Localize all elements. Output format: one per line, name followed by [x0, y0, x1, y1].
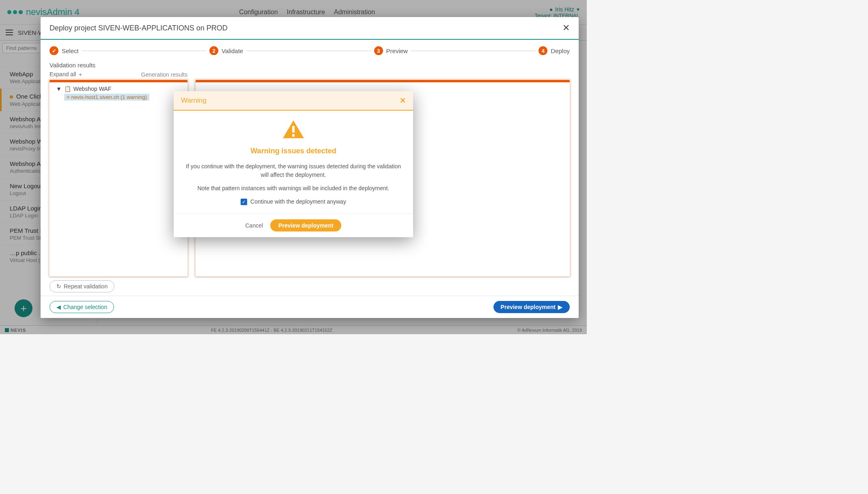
wizard-footer: ◀Change selection Preview deployment▶: [41, 296, 579, 318]
close-icon[interactable]: ✕: [400, 96, 406, 105]
validation-results-label: Validation results: [50, 62, 570, 69]
step-validate[interactable]: 2Validate: [209, 46, 243, 55]
repeat-validation-button[interactable]: ↻Repeat validation: [50, 280, 114, 292]
step-select[interactable]: ✓Select: [50, 46, 79, 55]
checkbox-label: Continue with the deployment anyway: [250, 198, 346, 206]
refresh-icon: ↻: [56, 283, 61, 290]
preview-deployment-confirm-button[interactable]: Preview deployment: [270, 219, 341, 232]
warning-modal: Warning ✕ Warning issues detected If you…: [174, 91, 413, 237]
clipboard-icon: 📋: [64, 86, 71, 92]
modal-heading: Warning issues detected: [186, 146, 401, 157]
chevron-right-icon: ▶: [558, 304, 562, 310]
warning-icon: [282, 120, 305, 140]
step-preview[interactable]: 3Preview: [374, 46, 408, 55]
continue-checkbox[interactable]: ✓ Continue with the deployment anyway: [186, 198, 401, 206]
list-icon: ≡: [67, 94, 70, 100]
checkbox-icon: ✓: [241, 198, 247, 205]
svg-rect-1: [292, 134, 295, 137]
stepper: ✓Select 2Validate 3Preview 4Deploy: [41, 40, 579, 62]
preview-deployment-button[interactable]: Preview deployment▶: [493, 301, 570, 313]
chevron-down-icon: ▼: [56, 86, 62, 92]
generation-results-label: Generation results: [141, 71, 187, 78]
check-icon: ✓: [50, 46, 58, 55]
step-deploy[interactable]: 4Deploy: [538, 46, 570, 55]
modal-text-2: Note that pattern instances with warning…: [186, 184, 401, 193]
svg-rect-0: [292, 126, 295, 133]
tree-node-root[interactable]: ▼📋Webshop WAF: [56, 86, 181, 92]
modal-header: Warning ✕: [174, 91, 413, 111]
validation-tree-panel: ▼📋Webshop WAF ≡nevis-host1.siven.ch (1 w…: [50, 80, 187, 276]
close-icon[interactable]: ✕: [562, 23, 570, 33]
plus-icon: ＋: [78, 71, 83, 77]
wizard-title: Deploy project SIVEN-WEB-APPLICATIONS on…: [50, 24, 228, 32]
modal-body: Warning issues detected If you continue …: [174, 111, 413, 213]
tree-node-warning[interactable]: ≡nevis-host1.siven.ch (1 warning): [64, 94, 149, 101]
modal-title: Warning: [181, 97, 207, 105]
wizard-header: Deploy project SIVEN-WEB-APPLICATIONS on…: [41, 17, 579, 40]
modal-text-1: If you continue with the deployment, the…: [186, 162, 401, 179]
cancel-button[interactable]: Cancel: [246, 222, 263, 229]
change-selection-button[interactable]: ◀Change selection: [50, 301, 114, 313]
modal-footer: Cancel Preview deployment: [174, 213, 413, 237]
chevron-left-icon: ◀: [56, 304, 61, 310]
expand-all[interactable]: Expand all ＋ Generation results: [50, 71, 187, 78]
